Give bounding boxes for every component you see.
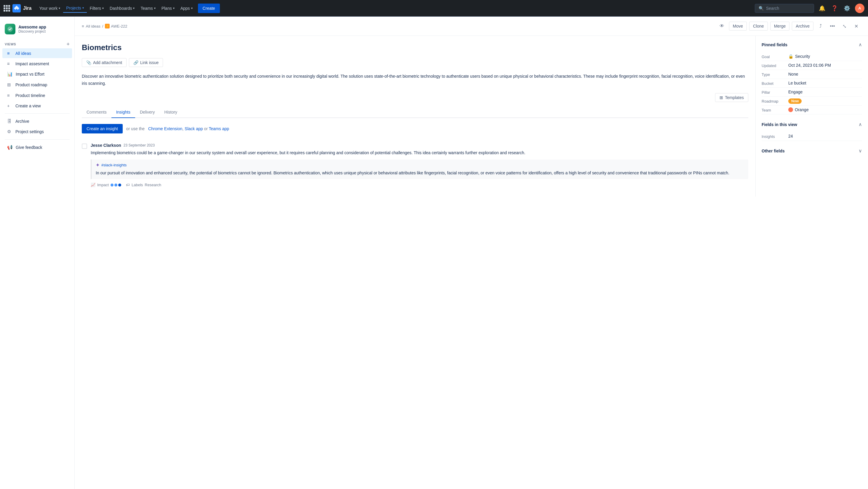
search-input[interactable] xyxy=(766,6,810,11)
tab-history[interactable]: History xyxy=(160,107,182,118)
chevron-down-icon: ▾ xyxy=(173,6,175,10)
views-section-label: VIEWS + xyxy=(0,39,74,48)
clone-button[interactable]: Clone xyxy=(749,22,768,31)
bucket-value: Le bucket xyxy=(788,81,862,85)
dot-1 xyxy=(111,183,114,186)
insight-links: Chrome Extension, Slack app or Teams app xyxy=(148,126,229,131)
svg-point-0 xyxy=(7,26,13,32)
nav-apps[interactable]: Apps ▾ xyxy=(178,4,195,12)
sidebar-item-product-roadmap[interactable]: ⊞ Product roadmap xyxy=(2,80,72,90)
field-pillar: Pillar Engage xyxy=(762,88,862,97)
breadcrumb-all-ideas[interactable]: All ideas xyxy=(86,24,100,28)
close-button[interactable]: ✕ xyxy=(851,21,861,31)
nav-dashboards[interactable]: Dashboards ▾ xyxy=(107,4,138,12)
search-box[interactable]: 🔍 xyxy=(755,4,814,13)
nav-your-work[interactable]: Your work ▾ xyxy=(36,4,63,12)
app-switcher[interactable] xyxy=(4,5,10,11)
nav-teams[interactable]: Teams ▾ xyxy=(137,4,158,12)
gear-icon: ⚙ xyxy=(7,129,12,134)
top-navigation: Jira Your work ▾ Projects ▾ Filters ▾ Da… xyxy=(0,0,868,17)
tab-delivery[interactable]: Delivery xyxy=(135,107,160,118)
link-icon: 🔗 xyxy=(133,60,138,65)
nav-projects[interactable]: Projects ▾ xyxy=(63,4,87,13)
paperclip-icon: 📎 xyxy=(86,60,91,65)
add-attachment-button[interactable]: 📎 Add attachment xyxy=(82,58,127,67)
insights-count: 24 xyxy=(788,134,862,139)
collapse-pinned-fields[interactable]: ∧ xyxy=(859,42,862,48)
notifications-icon[interactable]: 🔔 xyxy=(817,4,827,13)
create-insight-button[interactable]: Create an insight xyxy=(82,124,123,134)
share-button[interactable]: ⤴ xyxy=(816,21,825,31)
collapse-fields-in-view[interactable]: ∧ xyxy=(859,122,862,127)
nav-filters[interactable]: Filters ▾ xyxy=(87,4,107,12)
slack-channel: ✦ #slack-insights xyxy=(96,163,744,168)
fields-in-view-title: Fields in this view xyxy=(762,122,797,127)
archive-button[interactable]: Archive xyxy=(792,22,813,31)
templates-row: ⊞ Templates xyxy=(82,93,748,102)
topnav-right-area: 🔍 🔔 ❓ ⚙️ A xyxy=(755,4,864,13)
updated-value: Oct 24, 2023 01:06 PM xyxy=(788,63,862,67)
project-info: Awesome app Discovery project xyxy=(19,25,70,33)
list-icon: ≡ xyxy=(7,51,12,56)
header-actions: 👁 Move Clone Merge Archive ⤴ ••• ⤡ ✕ xyxy=(717,21,861,31)
chevron-down-icon: ▾ xyxy=(82,6,84,9)
sidebar-archive[interactable]: 🗄 Archive xyxy=(2,116,72,126)
trending-icon: 📈 xyxy=(91,183,95,187)
user-avatar[interactable]: A xyxy=(855,4,864,13)
sidebar-item-all-ideas[interactable]: ≡ All ideas xyxy=(2,48,72,58)
expand-button[interactable]: ⤡ xyxy=(840,21,849,31)
tag-icon: 🏷 xyxy=(126,183,130,187)
sidebar-item-impact-vs-effort[interactable]: 📊 Impact vs Effort xyxy=(2,69,72,79)
fields-in-view-header: Fields in this view ∧ xyxy=(762,122,862,127)
roadmap-badge: Now xyxy=(788,98,802,104)
tab-insights[interactable]: Insights xyxy=(112,107,135,118)
insight-author-row: Jesse Clarkson 23 September 2023 xyxy=(91,143,748,148)
expand-other-fields[interactable]: ∨ xyxy=(859,148,862,153)
sidebar-give-feedback[interactable]: 📢 Give feedback xyxy=(2,142,72,152)
sidebar-item-product-timeline[interactable]: ≡ Product timeline xyxy=(2,90,72,100)
team-color-circle xyxy=(788,107,793,112)
project-name: Awesome app xyxy=(19,25,70,29)
sidebar-item-impact-assessment[interactable]: ≡ Impact assesment xyxy=(2,59,72,68)
other-fields-section[interactable]: Other fields ∨ xyxy=(762,146,862,156)
breadcrumb: ≡ All ideas / ⚡ AWE-222 xyxy=(82,24,127,28)
help-icon[interactable]: ❓ xyxy=(830,4,839,13)
move-button[interactable]: Move xyxy=(729,22,747,31)
merge-button[interactable]: Merge xyxy=(770,22,790,31)
app-body: Awesome app Discovery project VIEWS + ≡ … xyxy=(0,17,868,489)
other-fields-title: Other fields xyxy=(762,149,785,153)
sidebar-create-view[interactable]: + Create a view xyxy=(2,101,72,111)
watch-button[interactable]: 👁 xyxy=(717,21,726,31)
jira-logo-text: Jira xyxy=(23,6,31,11)
tab-comments[interactable]: Comments xyxy=(82,107,112,118)
link-issue-button[interactable]: 🔗 Link issue xyxy=(129,58,163,67)
add-view-button[interactable]: + xyxy=(66,41,70,47)
slack-quote: ✦ #slack-insights In our pursuit of inno… xyxy=(91,160,748,179)
insight-labels: 🏷 Labels Research xyxy=(126,183,161,187)
sidebar-divider-2 xyxy=(5,139,70,140)
dot-2 xyxy=(114,183,117,186)
insight-date: 23 September 2023 xyxy=(124,143,155,147)
teams-app-link[interactable]: Teams app xyxy=(209,126,229,131)
sidebar-project-settings[interactable]: ⚙ Project settings xyxy=(2,126,72,137)
right-sidebar: Pinned fields ∧ Goal 🔒 Security Updated … xyxy=(755,36,868,197)
attachment-toolbar: 📎 Add attachment 🔗 Link issue xyxy=(82,58,748,67)
breadcrumb-icon: ≡ xyxy=(82,24,84,28)
nav-plans[interactable]: Plans ▾ xyxy=(159,4,178,12)
issue-title: Biometrics xyxy=(82,43,748,52)
templates-button[interactable]: ⊞ Templates xyxy=(715,93,748,102)
archive-icon: 🗄 xyxy=(7,119,12,124)
create-button[interactable]: Create xyxy=(198,4,220,13)
jira-logo[interactable]: Jira xyxy=(12,4,31,12)
issue-main: Biometrics 📎 Add attachment 🔗 Link issue… xyxy=(75,36,755,197)
settings-icon[interactable]: ⚙️ xyxy=(842,4,851,13)
slack-app-link[interactable]: Slack app xyxy=(185,126,203,131)
sidebar-divider xyxy=(5,113,70,114)
chrome-extension-link[interactable]: Chrome Extension xyxy=(148,126,182,131)
jira-logo-icon xyxy=(12,4,21,12)
insight-checkbox[interactable] xyxy=(82,144,87,149)
more-actions-button[interactable]: ••• xyxy=(828,21,837,31)
roadmap-value: Now xyxy=(788,98,862,103)
slack-text: In our pursuit of innovation and enhance… xyxy=(96,170,744,176)
issue-type-icon: ⚡ xyxy=(105,24,110,28)
